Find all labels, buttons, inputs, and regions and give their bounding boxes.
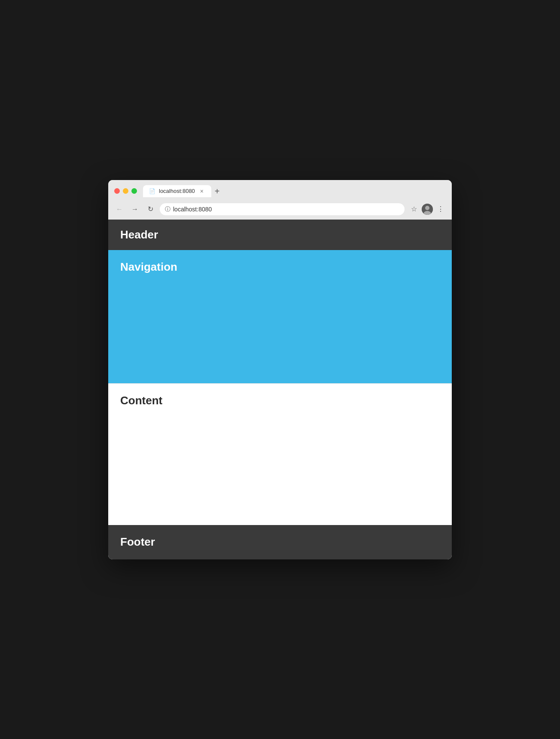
footer-section: Footer [108, 525, 452, 559]
navigation-title: Navigation [120, 260, 177, 273]
bookmark-button[interactable]: ☆ [408, 203, 420, 215]
active-tab[interactable]: 📄 localhost:8080 × [143, 185, 211, 197]
forward-button[interactable]: → [129, 203, 141, 215]
browser-window: 📄 localhost:8080 × + ← → ↻ ⓘ localhost:8… [108, 180, 452, 559]
content-title: Content [120, 394, 162, 407]
browser-chrome: 📄 localhost:8080 × + ← → ↻ ⓘ localhost:8… [108, 180, 452, 220]
tab-bar: 📄 localhost:8080 × + [143, 185, 446, 197]
address-security-icon: ⓘ [165, 205, 170, 213]
tab-title: localhost:8080 [159, 188, 195, 194]
user-avatar[interactable] [422, 204, 433, 215]
content-section: Content [108, 383, 452, 525]
browser-toolbar: ← → ↻ ⓘ localhost:8080 ☆ ⋮ [108, 201, 452, 220]
tab-favicon-icon: 📄 [149, 188, 155, 194]
page-content: Header Navigation Content Footer [108, 220, 452, 559]
header-title: Header [120, 228, 158, 241]
close-window-button[interactable] [114, 188, 120, 194]
toolbar-actions: ☆ ⋮ [408, 203, 447, 215]
navigation-section: Navigation [108, 250, 452, 383]
address-url-text: localhost:8080 [173, 206, 399, 213]
header-section: Header [108, 220, 452, 250]
svg-point-1 [425, 206, 429, 210]
address-bar[interactable]: ⓘ localhost:8080 [160, 203, 405, 215]
tab-close-button[interactable]: × [198, 188, 205, 195]
browser-menu-button[interactable]: ⋮ [435, 203, 447, 215]
reload-button[interactable]: ↻ [144, 203, 156, 215]
browser-titlebar: 📄 localhost:8080 × + [108, 180, 452, 201]
avatar-icon [422, 204, 433, 215]
traffic-lights [114, 188, 137, 194]
new-tab-button[interactable]: + [212, 187, 222, 195]
back-button[interactable]: ← [113, 203, 125, 215]
footer-title: Footer [120, 535, 155, 548]
maximize-window-button[interactable] [131, 188, 137, 194]
minimize-window-button[interactable] [123, 188, 128, 194]
